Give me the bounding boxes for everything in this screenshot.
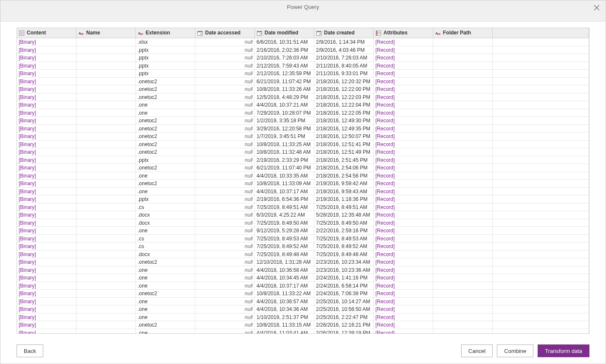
table-row[interactable]: [Binary].onetoc2null3/29/2016, 12:20:58 … — [17, 125, 589, 133]
cell-date-accessed[interactable]: null — [195, 93, 255, 101]
cell-date-created[interactable]: 2/26/2016, 12:16:21 PM — [314, 321, 374, 329]
table-row[interactable]: [Binary].onetoc2null1/7/2019, 3:45:51 PM… — [17, 133, 589, 141]
cell-content[interactable]: [Binary] — [17, 235, 76, 243]
cell-name[interactable] — [76, 298, 136, 305]
cell-content[interactable]: [Binary] — [17, 101, 76, 109]
cell-extension[interactable]: .onetoc2 — [136, 180, 195, 187]
cell-extension[interactable]: .one — [136, 329, 195, 334]
cell-content[interactable]: [Binary] — [17, 54, 76, 62]
cell-content[interactable]: [Binary] — [17, 329, 76, 334]
cell-content[interactable]: [Binary] — [17, 93, 76, 101]
cell-date-accessed[interactable]: null — [195, 243, 255, 250]
cell-extension[interactable]: .one — [136, 109, 195, 117]
cell-date-accessed[interactable]: null — [195, 156, 255, 164]
cell-date-created[interactable]: 2/18/2016, 12:51:49 PM — [314, 148, 374, 156]
cell-attributes[interactable]: [Record] — [374, 251, 433, 258]
cell-date-accessed[interactable]: null — [195, 125, 255, 133]
cell-attributes[interactable]: [Record] — [374, 148, 433, 156]
cell-content[interactable]: [Binary] — [17, 46, 76, 54]
table-row[interactable]: [Binary].onenull4/4/2018, 10:34:36 AM2/2… — [17, 305, 589, 313]
cell-content[interactable]: [Binary] — [17, 266, 76, 274]
cell-name[interactable] — [76, 93, 136, 101]
cell-date-modified[interactable]: 4/4/2018, 10:37:21 AM — [255, 101, 314, 109]
cell-date-accessed[interactable]: null — [195, 109, 255, 117]
cell-date-modified[interactable]: 10/8/2018, 11:32:48 AM — [255, 148, 314, 156]
cell-date-modified[interactable]: 1/2/2019, 3:35:18 PM — [255, 117, 314, 124]
cell-date-accessed[interactable]: null — [195, 78, 255, 85]
cell-date-created[interactable]: 2/24/2016, 1:41:16 PM — [314, 274, 374, 282]
cell-name[interactable] — [76, 101, 136, 109]
cell-extension[interactable]: .pptx — [136, 70, 195, 77]
cell-name[interactable] — [76, 251, 136, 258]
cell-date-modified[interactable]: 10/8/2018, 11:33:09 AM — [255, 180, 314, 187]
cell-date-created[interactable]: 5/28/2019, 12:35:48 AM — [314, 211, 374, 219]
cell-date-accessed[interactable]: null — [195, 164, 255, 172]
table-row[interactable]: [Binary].csnull7/25/2019, 8:49:52 AM7/25… — [17, 243, 589, 251]
cell-name[interactable] — [76, 54, 136, 62]
cell-date-created[interactable]: 2/24/2016, 7:06:38 PM — [314, 290, 374, 297]
cell-date-accessed[interactable]: null — [195, 148, 255, 156]
cell-folder-path[interactable] — [433, 251, 493, 258]
cell-date-modified[interactable]: 2/12/2016, 12:35:59 PM — [255, 70, 314, 77]
table-row[interactable]: [Binary].onenull4/4/2018, 10:37:21 AM2/1… — [17, 101, 589, 109]
cell-content[interactable]: [Binary] — [17, 258, 76, 266]
cell-name[interactable] — [76, 78, 136, 85]
column-header-created[interactable]: Date created — [314, 28, 374, 38]
table-row[interactable]: [Binary].onetoc2null10/8/2018, 11:33:09 … — [17, 180, 589, 188]
table-row[interactable]: [Binary].pptxnull2/16/2016, 2:02:36 PM2/… — [17, 46, 589, 54]
cell-name[interactable] — [76, 282, 136, 290]
cell-folder-path[interactable] — [433, 109, 493, 117]
cell-date-accessed[interactable]: null — [195, 282, 255, 290]
cell-folder-path[interactable] — [433, 101, 493, 109]
cell-name[interactable] — [76, 313, 136, 321]
cell-date-created[interactable]: 2/9/2016, 1:14:34 PM — [314, 38, 374, 46]
cell-name[interactable] — [76, 305, 136, 313]
table-row[interactable]: [Binary].xlsxnull6/6/2016, 10:31:51 AM2/… — [17, 38, 589, 46]
cell-extension[interactable]: .onetoc2 — [136, 148, 195, 156]
cell-attributes[interactable]: [Record] — [374, 188, 433, 195]
cell-folder-path[interactable] — [433, 258, 493, 266]
cell-extension[interactable]: .one — [136, 298, 195, 305]
cell-content[interactable]: [Binary] — [17, 313, 76, 321]
cell-attributes[interactable]: [Record] — [374, 117, 433, 124]
cell-folder-path[interactable] — [433, 46, 493, 54]
table-row[interactable]: [Binary].onenull4/4/2018, 11:03:41 AM2/2… — [17, 329, 589, 334]
cell-extension[interactable]: .pptx — [136, 195, 195, 203]
cell-name[interactable] — [76, 329, 136, 334]
cell-date-created[interactable]: 2/25/2016, 10:56:50 AM — [314, 305, 374, 313]
table-row[interactable]: [Binary].docxnull6/3/2019, 4:25:22 AM5/2… — [17, 211, 589, 219]
cell-attributes[interactable]: [Record] — [374, 70, 433, 77]
cell-content[interactable]: [Binary] — [17, 85, 76, 93]
cell-folder-path[interactable] — [433, 290, 493, 297]
cell-date-modified[interactable]: 4/4/2018, 10:36:58 AM — [255, 266, 314, 274]
cell-content[interactable]: [Binary] — [17, 219, 76, 227]
cell-extension[interactable]: .one — [136, 305, 195, 313]
cell-date-modified[interactable]: 1/7/2019, 3:45:51 PM — [255, 133, 314, 140]
cell-date-modified[interactable]: 6/6/2016, 10:31:51 AM — [255, 38, 314, 46]
cell-date-created[interactable]: 2/26/2016, 12:39:19 PM — [314, 329, 374, 334]
cell-content[interactable]: [Binary] — [17, 251, 76, 258]
table-row[interactable]: [Binary].onenull4/4/2018, 10:34:45 AM2/2… — [17, 274, 589, 282]
cell-folder-path[interactable] — [433, 164, 493, 172]
cell-content[interactable]: [Binary] — [17, 282, 76, 290]
cell-attributes[interactable]: [Record] — [374, 282, 433, 290]
cell-date-modified[interactable]: 9/12/2019, 5:29:28 AM — [255, 227, 314, 234]
cell-date-accessed[interactable]: null — [195, 258, 255, 266]
cell-folder-path[interactable] — [433, 78, 493, 85]
cell-date-created[interactable]: 2/18/2016, 12:49:30 PM — [314, 117, 374, 124]
cell-date-accessed[interactable]: null — [195, 180, 255, 187]
cell-date-created[interactable]: 2/18/2016, 12:22:05 PM — [314, 109, 374, 117]
table-row[interactable]: [Binary].onenull4/4/2018, 10:36:58 AM2/2… — [17, 266, 589, 274]
data-grid[interactable]: ContentABCNameABCExtensionDate accessedD… — [17, 28, 589, 334]
cell-folder-path[interactable] — [433, 298, 493, 305]
cell-name[interactable] — [76, 258, 136, 266]
cell-name[interactable] — [76, 243, 136, 250]
table-row[interactable]: [Binary].onetoc2null1/2/2019, 3:35:18 PM… — [17, 117, 589, 125]
cell-folder-path[interactable] — [433, 70, 493, 77]
cell-date-created[interactable]: 2/19/2016, 1:18:36 PM — [314, 195, 374, 203]
cell-folder-path[interactable] — [433, 172, 493, 180]
cell-attributes[interactable]: [Record] — [374, 219, 433, 227]
cell-name[interactable] — [76, 290, 136, 297]
cell-date-accessed[interactable]: null — [195, 211, 255, 219]
cell-date-modified[interactable]: 4/4/2018, 10:33:35 AM — [255, 172, 314, 180]
